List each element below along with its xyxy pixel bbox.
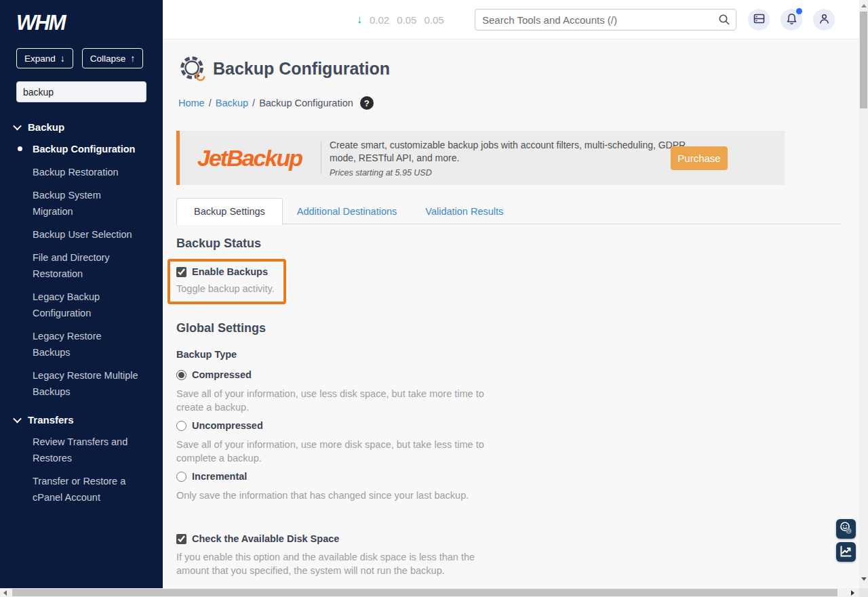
load-value-15: 0.05 [424, 14, 443, 26]
sidebar: WHM Expand ↓ Collapse ↑ Backup Backup Co… [0, 0, 163, 588]
breadcrumb-separator: / [209, 98, 212, 108]
sidebar-nav: Backup Backup Configuration Backup Resto… [0, 117, 163, 509]
sidebar-item-backup-system-migration[interactable]: Backup System Migration [0, 184, 153, 223]
feedback-faces-icon [839, 521, 853, 537]
sidebar-search-input[interactable] [16, 81, 146, 102]
nav-section-transfers[interactable]: Transfers [0, 409, 163, 430]
collapse-all-button[interactable]: Collapse ↑ [82, 48, 144, 68]
user-account-button[interactable] [813, 9, 835, 30]
top-header: ↓ 0.02 0.05 0.05 [163, 0, 859, 39]
sidebar-toolbar: Expand ↓ Collapse ↑ [16, 48, 146, 68]
tab-validation-results[interactable]: Validation Results [411, 199, 517, 224]
nav-section-label: Transfers [28, 414, 74, 426]
chevron-down-icon [13, 122, 22, 131]
backup-type-label: Backup Type [176, 349, 237, 360]
sidebar-item-legacy-restore-multiple-backups[interactable]: Legacy Restore Multiple Backups [0, 364, 153, 403]
search-input[interactable] [475, 9, 736, 30]
backup-status-heading: Backup Status [176, 236, 261, 251]
sidebar-item-backup-user-selection[interactable]: Backup User Selection [0, 223, 153, 246]
nav-section-backup[interactable]: Backup [0, 117, 163, 138]
sidebar-item-backup-restoration[interactable]: Backup Restoration [0, 161, 153, 184]
notifications-button[interactable] [781, 9, 802, 30]
banner-divider [321, 142, 321, 174]
scroll-left-arrow-icon[interactable] [3, 590, 7, 596]
notification-dot [796, 8, 802, 14]
whm-logo[interactable]: WHM [16, 11, 163, 35]
breadcrumb-home-link[interactable]: Home [178, 98, 205, 108]
uncompressed-description: Save all of your information, use more d… [176, 438, 496, 465]
incremental-label[interactable]: Incremental [192, 471, 247, 482]
vertical-scrollbar[interactable] [859, 0, 868, 588]
check-disk-space-label[interactable]: Check the Available Disk Space [192, 533, 339, 544]
sidebar-item-backup-configuration[interactable]: Backup Configuration [0, 138, 153, 161]
line-chart-icon [840, 545, 852, 560]
nav-section-label: Backup [28, 121, 64, 133]
banner-text: Create smart, customizable backup jobs w… [330, 139, 713, 178]
scrollbar-corner [859, 588, 868, 597]
breadcrumb-backup-link[interactable]: Backup [216, 98, 248, 108]
chevron-down-icon [13, 415, 22, 424]
jetbackup-logo: JetBackup [197, 145, 302, 171]
arrow-up-icon: ↑ [130, 53, 135, 64]
scroll-up-arrow-icon[interactable] [861, 4, 867, 7]
sidebar-item-review-transfers-restores[interactable]: Review Transfers and Restores [0, 430, 153, 470]
help-icon[interactable]: ? [360, 96, 374, 110]
sidebar-search [16, 81, 146, 102]
compressed-label[interactable]: Compressed [192, 369, 252, 380]
jetbackup-banner: JetBackup Create smart, customizable bac… [176, 131, 785, 185]
check-disk-space-description: If you enable this option and the availa… [176, 550, 496, 577]
sidebar-item-legacy-backup-configuration[interactable]: Legacy Backup Configuration [0, 285, 153, 325]
page-title: Backup Configuration [213, 59, 390, 79]
arrow-down-icon: ↓ [60, 53, 65, 64]
tab-additional-destinations[interactable]: Additional Destinations [283, 199, 412, 224]
search-icon [718, 14, 730, 28]
enable-backups-highlight-box: Enable Backups Toggle backup activity. [167, 259, 286, 304]
uncompressed-label[interactable]: Uncompressed [192, 420, 263, 431]
horizontal-scrollbar-thumb[interactable] [12, 589, 837, 596]
breadcrumb-separator: / [252, 98, 255, 108]
enable-backups-label[interactable]: Enable Backups [192, 266, 268, 277]
scroll-right-arrow-icon[interactable] [851, 590, 854, 596]
main-area: ↓ 0.02 0.05 0.05 [163, 0, 859, 588]
sidebar-item-file-directory-restoration[interactable]: File and Directory Restoration [0, 246, 153, 285]
gear-icon [178, 54, 209, 87]
uncompressed-radio[interactable] [176, 421, 186, 431]
incremental-radio[interactable] [176, 472, 186, 482]
enable-backups-checkbox[interactable] [176, 267, 186, 277]
breadcrumb-current: Backup Configuration [259, 98, 353, 108]
bell-icon [786, 13, 797, 27]
compressed-radio[interactable] [176, 370, 186, 380]
sidebar-item-transfer-restore-cpanel[interactable]: Transfer or Restore a cPanel Account [0, 470, 153, 509]
load-down-arrow-icon: ↓ [357, 14, 362, 26]
breadcrumb: Home / Backup / Backup Configuration ? [178, 96, 374, 110]
load-value-1: 0.02 [370, 14, 389, 26]
tab-backup-settings[interactable]: Backup Settings [176, 198, 283, 225]
server-info-button[interactable] [748, 9, 770, 30]
feedback-button[interactable] [836, 519, 856, 539]
scroll-down-arrow-icon[interactable] [861, 577, 867, 581]
incremental-description: Only save the information that has chang… [176, 489, 496, 502]
user-icon [818, 13, 830, 26]
sidebar-item-legacy-restore-backups[interactable]: Legacy Restore Backups [0, 325, 153, 364]
expand-all-button[interactable]: Expand ↓ [16, 48, 73, 68]
horizontal-scrollbar[interactable] [0, 588, 868, 597]
load-value-5: 0.05 [397, 14, 416, 26]
compressed-description: Save all of your information, use less d… [176, 387, 496, 414]
check-disk-space-checkbox[interactable] [176, 534, 186, 544]
global-settings-heading: Global Settings [176, 321, 266, 335]
banner-description: Create smart, customizable backup jobs w… [330, 139, 713, 165]
expand-button-label: Expand [24, 54, 56, 64]
purchase-button[interactable]: Purchase [671, 146, 728, 170]
header-icon-buttons [748, 9, 835, 30]
enable-backups-description: Toggle backup activity. [176, 282, 275, 295]
analytics-button[interactable] [836, 542, 856, 562]
server-icon [753, 13, 765, 26]
global-search [475, 9, 736, 30]
banner-price-note: Prices starting at 5.95 USD [330, 168, 713, 178]
server-load-averages: ↓ 0.02 0.05 0.05 [357, 0, 444, 39]
collapse-button-label: Collapse [90, 54, 126, 64]
tab-bar: Backup Settings Additional Destinations … [176, 197, 517, 224]
vertical-scrollbar-thumb[interactable] [860, 12, 867, 108]
